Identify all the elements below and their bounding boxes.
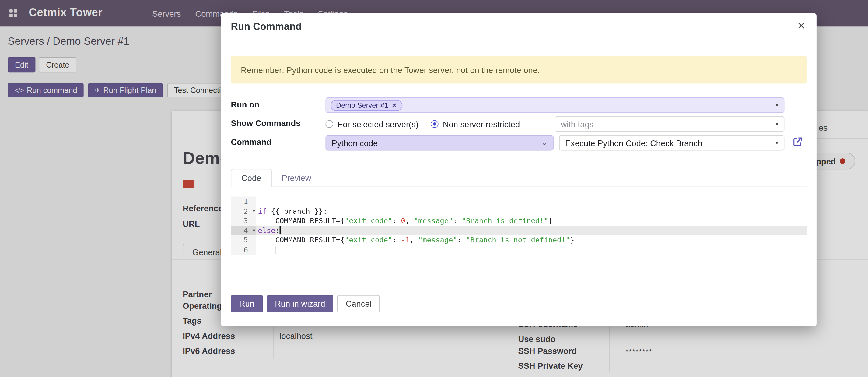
with-tags-placeholder: with tags (561, 119, 594, 129)
run-in-wizard-button[interactable]: Run in wizard (267, 295, 334, 312)
tab-code[interactable]: Code (231, 169, 272, 187)
radio-label-for-selected[interactable]: For selected server(s) (338, 119, 418, 129)
modal-tabs: Code Preview (231, 169, 807, 187)
code-editor[interactable]: 12▾if {{ branch }}:3 COMMAND_RESULT={"ex… (231, 196, 807, 256)
code-text: COMMAND_RESULT={"exit_code": 0, "message… (258, 216, 553, 226)
code-line[interactable]: 6 (231, 245, 807, 255)
line-number: 5 (231, 235, 256, 245)
run-button[interactable]: Run (231, 295, 262, 312)
command-type-value: Python code (332, 138, 378, 148)
code-text: COMMAND_RESULT={"exit_code": -1, "messag… (258, 235, 574, 245)
code-line[interactable]: 4▾else: (231, 226, 807, 235)
text-cursor (280, 226, 281, 234)
server-chip-label: Demo Server #1 (336, 101, 389, 109)
run-command-modal: Run Command ✕ Remember: Python code is e… (221, 13, 816, 326)
code-line[interactable]: 5 COMMAND_RESULT={"exit_code": -1, "mess… (231, 235, 807, 245)
run-on-label: Run on (231, 99, 259, 109)
line-number: 6 (231, 245, 256, 255)
chevron-down-icon: ⌄ (541, 139, 548, 147)
command-type-select[interactable]: Python code ⌄ (326, 135, 554, 151)
line-number: 2▾ (231, 206, 256, 216)
line-number: 1 (231, 196, 256, 206)
indent-guide (275, 246, 276, 254)
indent-guide (293, 246, 293, 254)
radio-for-selected-servers[interactable] (326, 120, 333, 127)
external-link-icon[interactable] (793, 137, 803, 147)
fold-icon[interactable]: ▾ (253, 206, 255, 216)
python-warning-alert: Remember: Python code is executed on the… (231, 56, 807, 84)
with-tags-select[interactable]: with tags ▾ (555, 116, 785, 132)
caret-down-icon[interactable]: ▾ (775, 102, 778, 108)
server-chip[interactable]: Demo Server #1 ✕ (331, 100, 402, 111)
cancel-button[interactable]: Cancel (337, 295, 380, 312)
radio-non-server-restricted[interactable] (431, 120, 438, 127)
command-value: Execute Python Code: Check Branch (565, 138, 702, 148)
fold-icon[interactable]: ▾ (253, 226, 255, 235)
code-text: if {{ branch }}: (258, 206, 328, 216)
close-icon[interactable]: ✕ (797, 20, 805, 32)
modal-title: Run Command (231, 21, 302, 33)
run-on-field[interactable]: Demo Server #1 ✕ ▾ (326, 97, 785, 113)
command-label: Command (231, 137, 271, 147)
code-line[interactable]: 2▾if {{ branch }}: (231, 206, 807, 216)
caret-down-icon: ▾ (775, 121, 778, 127)
code-editor-lines: 12▾if {{ branch }}:3 COMMAND_RESULT={"ex… (231, 196, 807, 255)
modal-footer: Run Run in wizard Cancel (231, 295, 379, 312)
command-select[interactable]: Execute Python Code: Check Branch ▾ (559, 135, 784, 151)
code-text: else: (258, 226, 281, 235)
code-line[interactable]: 1 (231, 196, 807, 206)
alert-text: Remember: Python code is executed on the… (241, 65, 539, 75)
code-line[interactable]: 3 COMMAND_RESULT={"exit_code": 0, "messa… (231, 216, 807, 226)
caret-down-icon: ▾ (775, 140, 778, 146)
show-commands-label: Show Commands (231, 118, 300, 128)
radio-label-non-restricted[interactable]: Non server restricted (443, 119, 520, 129)
viewport: Cetmix Tower Servers Commands Files Tool… (0, 0, 868, 377)
tab-preview[interactable]: Preview (272, 169, 321, 186)
line-number: 4▾ (231, 226, 256, 235)
line-number: 3 (231, 216, 256, 226)
show-commands-radio-group: For selected server(s) Non server restri… (326, 116, 532, 132)
chip-remove-icon[interactable]: ✕ (392, 102, 397, 109)
